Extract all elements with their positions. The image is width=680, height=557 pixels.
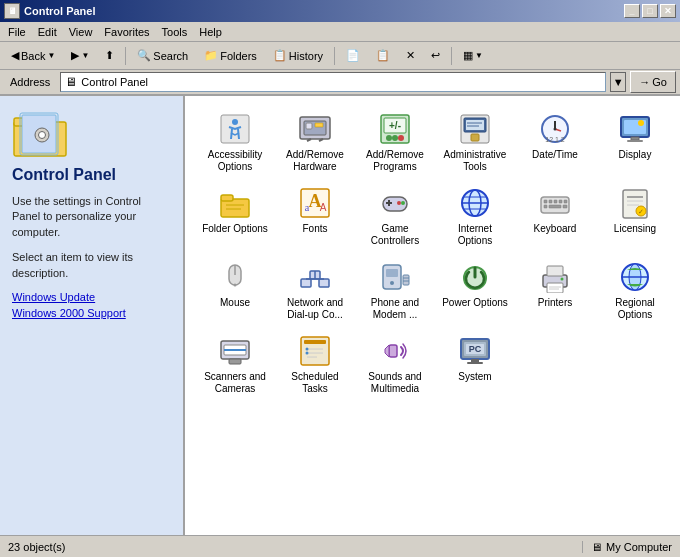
toolbar: ◀ Back ▼ ▶ ▼ ⬆ 🔍 Search 📁 Folders 📋 Hist… [0, 42, 680, 70]
svg-rect-57 [564, 200, 567, 203]
icon-item-sounds[interactable]: Sounds and Multimedia [357, 330, 433, 400]
sounds-label: Sounds and Multimedia [360, 371, 430, 395]
network-icon [299, 261, 331, 293]
mouse-label: Mouse [220, 297, 250, 309]
address-input-wrap: 🖥 Control Panel [60, 72, 606, 92]
game-controllers-label: Game Controllers [360, 223, 430, 247]
svg-rect-56 [559, 200, 562, 203]
icon-item-printers[interactable]: Printers [517, 256, 593, 326]
forward-button[interactable]: ▶ ▼ [64, 45, 96, 67]
window-controls[interactable]: _ □ ✕ [624, 4, 676, 18]
icon-item-mouse[interactable]: Mouse [197, 256, 273, 326]
icon-item-system[interactable]: PCSystem [437, 330, 513, 400]
icon-item-scheduled[interactable]: Scheduled Tasks [277, 330, 353, 400]
back-dropdown-icon: ▼ [47, 51, 55, 60]
copy-icon: 📋 [376, 49, 390, 62]
icon-item-add-remove-prog[interactable]: +/-Add/Remove Programs [357, 108, 433, 178]
separator-1 [125, 47, 126, 65]
scanners-icon [219, 335, 251, 367]
scheduled-label: Scheduled Tasks [280, 371, 350, 395]
copy-to-button[interactable]: 📋 [369, 45, 397, 67]
icon-item-game-controllers[interactable]: Game Controllers [357, 182, 433, 252]
icon-item-admin-tools[interactable]: Administrative Tools [437, 108, 513, 178]
icon-item-network[interactable]: Network and Dial-up Co... [277, 256, 353, 326]
minimize-button[interactable]: _ [624, 4, 640, 18]
sounds-icon [379, 335, 411, 367]
icon-item-phone-modem[interactable]: Phone and Modem ... [357, 256, 433, 326]
svg-rect-108 [467, 362, 483, 364]
icon-item-folder-options[interactable]: Folder Options [197, 182, 273, 252]
folder-options-icon [219, 187, 251, 219]
printers-icon [539, 261, 571, 293]
svg-text:✓: ✓ [638, 208, 644, 215]
accessibility-label: Accessibility Options [200, 149, 270, 173]
close-button[interactable]: ✕ [660, 4, 676, 18]
icon-item-regional[interactable]: Regional Options [597, 256, 673, 326]
forward-icon: ▶ [71, 49, 79, 62]
delete-icon: ✕ [406, 49, 415, 62]
svg-rect-54 [549, 200, 552, 203]
display-icon [619, 113, 651, 145]
app-icon: 🖥 [4, 3, 20, 19]
search-button[interactable]: 🔍 Search [130, 45, 195, 67]
views-button[interactable]: ▦ ▼ [456, 45, 490, 67]
svg-rect-95 [229, 359, 241, 364]
svg-point-16 [392, 135, 398, 141]
icon-item-keyboard[interactable]: Keyboard [517, 182, 593, 252]
svg-rect-11 [315, 123, 323, 127]
svg-rect-20 [466, 120, 484, 130]
left-panel: Control Panel Use the settings in Contro… [0, 96, 185, 535]
svg-point-88 [561, 278, 564, 281]
menu-view[interactable]: View [63, 24, 99, 40]
windows-support-link[interactable]: Windows 2000 Support [12, 307, 171, 319]
delete-button[interactable]: ✕ [399, 45, 422, 67]
svg-rect-58 [544, 205, 547, 208]
svg-rect-85 [547, 283, 563, 293]
windows-update-link[interactable]: Windows Update [12, 291, 171, 303]
svg-point-5 [39, 132, 46, 139]
address-dropdown[interactable]: ▼ [610, 72, 626, 92]
back-button[interactable]: ◀ Back ▼ [4, 45, 62, 67]
icon-item-add-remove-hw[interactable]: Add/Remove Hardware [277, 108, 353, 178]
svg-rect-72 [319, 279, 329, 287]
svg-rect-103 [389, 345, 397, 357]
folders-icon: 📁 [204, 49, 218, 62]
regional-label: Regional Options [600, 297, 670, 321]
menu-help[interactable]: Help [193, 24, 228, 40]
go-button[interactable]: → Go [630, 71, 676, 93]
scanners-label: Scanners and Cameras [200, 371, 270, 395]
views-icon: ▦ [463, 49, 473, 62]
up-icon: ⬆ [105, 49, 114, 62]
menu-edit[interactable]: Edit [32, 24, 63, 40]
maximize-button[interactable]: □ [642, 4, 658, 18]
svg-point-7 [232, 119, 238, 125]
undo-icon: ↩ [431, 49, 440, 62]
menu-file[interactable]: File [2, 24, 32, 40]
icon-item-display[interactable]: Display [597, 108, 673, 178]
menu-tools[interactable]: Tools [156, 24, 194, 40]
datetime-label: Date/Time [532, 149, 578, 161]
control-panel-icon [12, 108, 72, 158]
icon-item-internet-options[interactable]: Internet Options [437, 182, 513, 252]
undo-button[interactable]: ↩ [424, 45, 447, 67]
fonts-icon: AaA [299, 187, 331, 219]
icon-item-scanners[interactable]: Scanners and Cameras [197, 330, 273, 400]
folders-button[interactable]: 📁 Folders [197, 45, 264, 67]
up-button[interactable]: ⬆ [98, 45, 121, 67]
icon-item-fonts[interactable]: AaAFonts [277, 182, 353, 252]
history-button[interactable]: 📋 History [266, 45, 330, 67]
folders-label: Folders [220, 50, 257, 62]
icon-item-accessibility[interactable]: Accessibility Options [197, 108, 273, 178]
views-dropdown-icon: ▼ [475, 51, 483, 60]
history-icon: 📋 [273, 49, 287, 62]
display-label: Display [619, 149, 652, 161]
icon-item-power[interactable]: Power Options [437, 256, 513, 326]
move-to-button[interactable]: 📄 [339, 45, 367, 67]
accessibility-icon [219, 113, 251, 145]
menu-favorites[interactable]: Favorites [98, 24, 155, 40]
icon-item-datetime[interactable]: 12 1 2Date/Time [517, 108, 593, 178]
add-remove-hw-label: Add/Remove Hardware [280, 149, 350, 173]
folder-options-label: Folder Options [202, 223, 268, 235]
icon-item-licensing[interactable]: ✓Licensing [597, 182, 673, 252]
status-computer: 🖥 My Computer [583, 541, 680, 553]
